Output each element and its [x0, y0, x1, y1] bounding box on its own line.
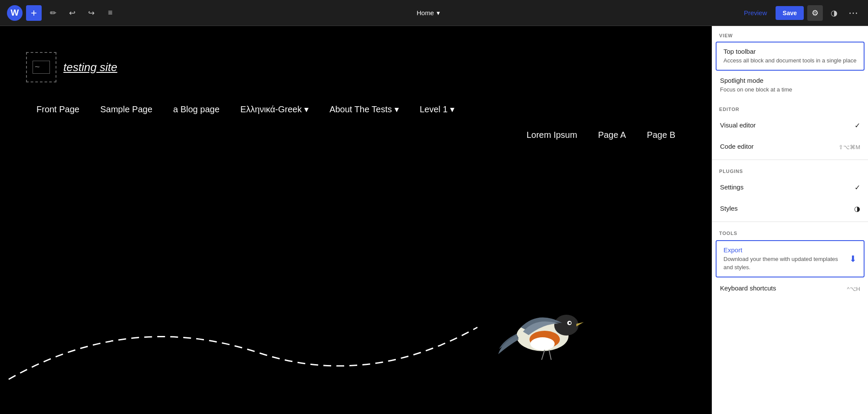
export-download-icon: ⬇ — [849, 254, 857, 264]
divider-2 — [712, 222, 868, 222]
logo-inner — [33, 61, 50, 74]
bird-image — [495, 293, 590, 371]
nav-item-greek[interactable]: Ελληνικά-Greek ▾ — [230, 100, 319, 119]
spotlight-desc: Focus on one block at a time — [720, 86, 792, 94]
visual-editor-content: Visual editor — [720, 121, 756, 130]
nav-item-about-tests[interactable]: About The Tests ▾ — [319, 100, 409, 119]
svg-point-3 — [569, 322, 571, 324]
code-editor-content: Code editor — [720, 143, 754, 152]
logo-placeholder — [26, 52, 56, 82]
settings-plugin-title: Settings — [720, 183, 743, 191]
styles-title: Styles — [720, 205, 738, 212]
bird-svg — [495, 293, 590, 371]
styles-item[interactable]: Styles ◑ — [712, 199, 868, 220]
site-nav-2: Lorem Ipsum Page A Page B — [516, 126, 686, 144]
top-right: Preview Save ⚙ ◑ ⋯ — [739, 5, 861, 21]
nav-item-lorem[interactable]: Lorem Ipsum — [516, 126, 588, 144]
preview-button[interactable]: Preview — [739, 7, 772, 19]
view-section-label: VIEW — [712, 26, 868, 42]
svg-line-7 — [542, 350, 545, 360]
page-title-label: Home — [417, 9, 434, 16]
site-name: testing site — [63, 61, 117, 74]
site-header: testing site — [26, 52, 117, 82]
dropdown-icon: ▾ — [437, 9, 440, 17]
editor-section-label: EDITOR — [712, 100, 868, 115]
pencil-icon[interactable]: ✏ — [45, 5, 61, 21]
nav-item-page-a[interactable]: Page A — [588, 126, 637, 144]
list-view-button[interactable]: ≡ — [102, 5, 118, 21]
code-editor-shortcut: ⇧⌥⌘M — [838, 144, 860, 150]
undo-button[interactable]: ↩ — [64, 5, 80, 21]
divider-1 — [712, 160, 868, 160]
top-toolbar-title: Top toolbar — [723, 48, 856, 55]
styles-content: Styles — [720, 205, 738, 214]
svg-line-8 — [549, 350, 551, 360]
styles-icon: ◑ — [854, 205, 860, 213]
plugins-section-label: PLUGINS — [712, 162, 868, 177]
nav-item-level1[interactable]: Level 1 ▾ — [409, 100, 465, 119]
spotlight-content: Spotlight mode Focus on one block at a t… — [720, 77, 792, 94]
top-center: Home ▾ — [122, 7, 735, 20]
wp-logo-icon[interactable]: W — [7, 5, 23, 21]
canvas: testing site Front Page Sample Page a Bl… — [0, 26, 712, 414]
export-item[interactable]: Export Download your theme with updated … — [716, 240, 865, 277]
nav-item-page-b[interactable]: Page B — [636, 126, 686, 144]
top-toolbar-content: Top toolbar Access all block and documen… — [723, 48, 856, 65]
spotlight-mode-item[interactable]: Spotlight mode Focus on one block at a t… — [712, 71, 868, 100]
nav-item-front-page[interactable]: Front Page — [26, 100, 90, 119]
nav-item-blog-page[interactable]: a Blog page — [163, 100, 230, 119]
top-toolbar-desc: Access all block and document tools in a… — [723, 57, 856, 65]
main-layout: testing site Front Page Sample Page a Bl… — [0, 26, 868, 414]
save-button[interactable]: Save — [776, 6, 804, 20]
visual-editor-title: Visual editor — [720, 121, 756, 129]
tools-section-label: TOOLS — [712, 224, 868, 239]
visual-editor-item[interactable]: Visual editor ✓ — [712, 115, 868, 137]
settings-plugin-item[interactable]: Settings ✓ — [712, 177, 868, 199]
export-title: Export — [723, 246, 846, 254]
settings-check-icon: ✓ — [855, 183, 860, 192]
svg-point-1 — [554, 315, 579, 336]
redo-button[interactable]: ↪ — [83, 5, 99, 21]
add-block-button[interactable]: + — [26, 5, 42, 21]
export-content: Export Download your theme with updated … — [723, 246, 846, 271]
code-editor-title: Code editor — [720, 143, 754, 150]
export-desc: Download your theme with updated templat… — [723, 255, 846, 271]
nav-item-sample-page[interactable]: Sample Page — [90, 100, 163, 119]
keyboard-shortcuts-shortcut: ^⌥H — [847, 286, 861, 292]
page-title-button[interactable]: Home ▾ — [411, 7, 445, 20]
spotlight-title: Spotlight mode — [720, 77, 792, 84]
visual-editor-check: ✓ — [855, 121, 860, 130]
dashed-path-svg — [0, 301, 521, 388]
contrast-button[interactable]: ◑ — [826, 5, 842, 21]
site-nav: Front Page Sample Page a Blog page Ελλην… — [0, 100, 712, 119]
settings-button[interactable]: ⚙ — [807, 5, 823, 21]
code-editor-item[interactable]: Code editor ⇧⌥⌘M — [712, 137, 868, 158]
svg-point-6 — [530, 337, 555, 350]
keyboard-shortcuts-item[interactable]: Keyboard shortcuts ^⌥H — [712, 278, 868, 300]
top-toolbar-item[interactable]: Top toolbar Access all block and documen… — [716, 42, 865, 71]
keyboard-shortcuts-title: Keyboard shortcuts — [720, 284, 776, 292]
top-bar: W + ✏ ↩ ↪ ≡ Home ▾ Preview Save ⚙ ◑ ⋯ — [0, 0, 868, 26]
right-panel: VIEW Top toolbar Access all block and do… — [712, 26, 868, 414]
more-options-button[interactable]: ⋯ — [845, 5, 861, 21]
keyboard-shortcuts-content: Keyboard shortcuts — [720, 284, 776, 293]
settings-plugin-content: Settings — [720, 183, 743, 192]
